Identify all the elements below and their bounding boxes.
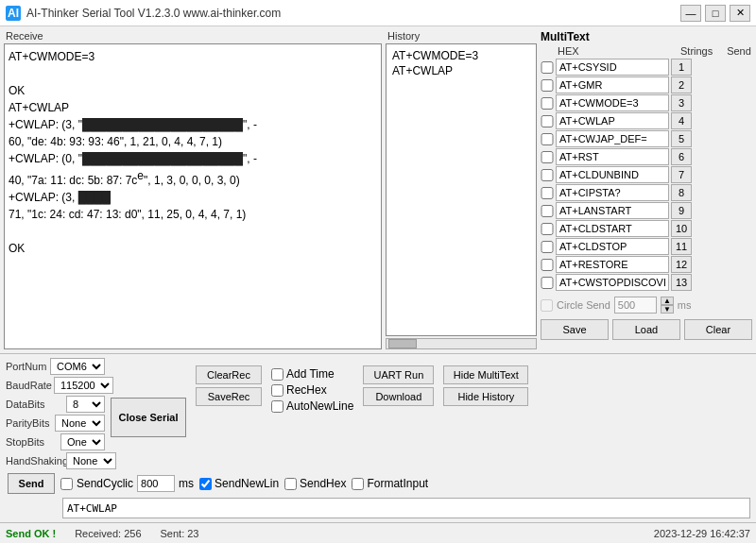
send-newline-checkbox[interactable]: [199, 478, 212, 490]
portnum-select[interactable]: COM6: [50, 358, 105, 375]
stopbits-select[interactable]: One: [60, 433, 105, 450]
receive-line: +CWLAP: (3, ████: [9, 189, 377, 206]
mt-row-send-btn[interactable]: 7: [671, 166, 692, 183]
save-button[interactable]: Save: [541, 319, 609, 340]
baudrate-row: BaudRate 115200: [6, 377, 105, 394]
clear-rec-button[interactable]: ClearRec: [196, 365, 262, 384]
mt-row-send-btn[interactable]: 13: [671, 274, 692, 291]
handshaking-select[interactable]: None: [66, 452, 116, 469]
baudrate-select[interactable]: 115200: [54, 377, 113, 394]
history-box[interactable]: AT+CWMODE=3 AT+CWLAP: [386, 43, 537, 336]
ms-label: ms: [678, 299, 692, 311]
spin-down[interactable]: ▼: [661, 305, 674, 314]
mt-row-input[interactable]: [556, 274, 669, 291]
hide-history-button[interactable]: Hide History: [443, 387, 528, 406]
load-button[interactable]: Load: [612, 319, 680, 340]
close-serial-button[interactable]: Close Serial: [111, 398, 186, 437]
hex-col-header: HEX: [556, 45, 679, 57]
mt-row-send-btn[interactable]: 1: [671, 59, 692, 76]
mt-row-input[interactable]: [556, 76, 669, 93]
circle-send-spinner[interactable]: ▲ ▼: [661, 297, 674, 314]
status-sent: Sent: 23: [161, 528, 199, 539]
mt-row-input[interactable]: [556, 184, 669, 201]
circle-send-label: Circle Send: [557, 299, 610, 311]
mt-row-input[interactable]: [556, 166, 669, 183]
multitext-row: 7: [541, 166, 752, 183]
multitext-row: 2: [541, 76, 752, 93]
handshaking-row: HandShaking None: [6, 452, 105, 469]
mt-row-input[interactable]: [556, 130, 669, 147]
uart-run-button[interactable]: UART Run: [363, 365, 434, 384]
auto-newline-checkbox[interactable]: [271, 400, 284, 413]
mt-row-input[interactable]: [556, 220, 669, 237]
multitext-row: 5: [541, 130, 752, 147]
mt-row-checkbox[interactable]: [541, 61, 554, 74]
mt-row-send-btn[interactable]: 3: [671, 94, 692, 111]
mt-row-send-btn[interactable]: 8: [671, 184, 692, 201]
spin-up[interactable]: ▲: [661, 297, 674, 305]
mt-row-send-btn[interactable]: 4: [671, 112, 692, 129]
cyclic-ms-input[interactable]: 800: [137, 475, 175, 492]
mt-row-checkbox[interactable]: [541, 241, 554, 253]
mt-row-input[interactable]: [556, 238, 669, 255]
auto-newline-label: AutoNewLine: [286, 399, 353, 413]
mt-row-checkbox[interactable]: [541, 169, 554, 181]
multitext-row: 4: [541, 112, 752, 129]
mt-row-checkbox[interactable]: [541, 259, 554, 271]
mt-row-input[interactable]: [556, 256, 669, 273]
mt-row-send-btn[interactable]: 10: [671, 220, 692, 237]
mt-row-send-btn[interactable]: 2: [671, 76, 692, 93]
mid-btns: ClearRec SaveRec: [196, 365, 262, 406]
mt-row-checkbox[interactable]: [541, 187, 554, 199]
history-scrollbar[interactable]: [386, 338, 537, 349]
minimize-button[interactable]: —: [680, 5, 701, 22]
rec-hex-row: RecHex: [271, 383, 353, 397]
receive-box[interactable]: AT+CWMODE=3 OK AT+CWLAP +CWLAP: (3, "███…: [4, 43, 382, 349]
mt-row-checkbox[interactable]: [541, 277, 554, 289]
send-cyclic-label: SendCyclic: [77, 477, 133, 490]
mt-row-checkbox[interactable]: [541, 133, 554, 145]
mt-row-checkbox[interactable]: [541, 151, 554, 163]
paritybits-select[interactable]: None: [55, 415, 105, 432]
mt-row-input[interactable]: [556, 112, 669, 129]
mt-row-input[interactable]: [556, 59, 669, 76]
databits-select[interactable]: 8: [66, 396, 105, 413]
circle-send-checkbox[interactable]: [541, 299, 553, 312]
send-text-input[interactable]: AT+CWLAP: [62, 498, 750, 518]
send-button[interactable]: Send: [8, 473, 55, 494]
download-button[interactable]: Download: [363, 387, 434, 406]
mt-row-input[interactable]: [556, 94, 669, 111]
mt-row-send-btn[interactable]: 9: [671, 202, 692, 219]
send-hex-checkbox[interactable]: [284, 478, 297, 490]
far-btns: Hide MultiText Hide History: [443, 365, 528, 406]
mt-row-input[interactable]: [556, 148, 669, 165]
clear-button[interactable]: Clear: [684, 319, 752, 340]
format-input-row: FormatInput: [352, 477, 428, 490]
status-datetime: 2023-12-29 16:42:37: [654, 528, 750, 539]
history-item[interactable]: AT+CWLAP: [390, 63, 532, 78]
mt-row-input[interactable]: [556, 202, 669, 219]
rec-hex-checkbox[interactable]: [271, 384, 284, 397]
mt-row-checkbox[interactable]: [541, 205, 554, 217]
mt-row-send-btn[interactable]: 12: [671, 256, 692, 273]
hide-multitext-button[interactable]: Hide MultiText: [443, 365, 528, 384]
mt-row-send-btn[interactable]: 6: [671, 148, 692, 165]
close-button[interactable]: ✕: [730, 5, 750, 22]
format-input-checkbox[interactable]: [352, 478, 364, 490]
rec-hex-label: RecHex: [286, 383, 327, 397]
circle-send-input[interactable]: 500: [614, 297, 657, 314]
mt-row-send-btn[interactable]: 5: [671, 130, 692, 147]
mt-row-send-btn[interactable]: 11: [671, 238, 692, 255]
save-rec-button[interactable]: SaveRec: [196, 387, 262, 406]
history-item[interactable]: AT+CWMODE=3: [390, 48, 532, 63]
maximize-button[interactable]: □: [705, 5, 726, 22]
mt-row-checkbox[interactable]: [541, 79, 554, 92]
app-icon: AI: [6, 6, 21, 21]
send-col-header: Send: [726, 45, 752, 57]
add-time-checkbox[interactable]: [271, 368, 284, 381]
mt-row-checkbox[interactable]: [541, 115, 554, 127]
send-cyclic-checkbox[interactable]: [60, 478, 73, 490]
mt-row-checkbox[interactable]: [541, 97, 554, 110]
mt-row-checkbox[interactable]: [541, 223, 554, 235]
databits-row: DataBits 8: [6, 396, 105, 413]
